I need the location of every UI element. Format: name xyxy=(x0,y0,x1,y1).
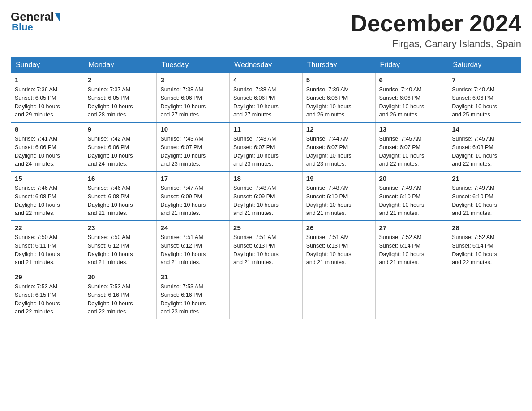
calendar-cell: 7 Sunrise: 7:40 AM Sunset: 6:06 PM Dayli… xyxy=(448,73,521,122)
calendar-cell: 19 Sunrise: 7:48 AM Sunset: 6:10 PM Dayl… xyxy=(302,171,375,221)
day-info: Sunrise: 7:45 AM Sunset: 6:07 PM Dayligh… xyxy=(379,135,445,168)
calendar-cell: 27 Sunrise: 7:52 AM Sunset: 6:14 PM Dayl… xyxy=(375,221,448,270)
calendar-header-row: Sunday Monday Tuesday Wednesday Thursday… xyxy=(11,57,521,73)
calendar-cell: 23 Sunrise: 7:50 AM Sunset: 6:12 PM Dayl… xyxy=(84,221,157,270)
day-number: 1 xyxy=(15,76,80,84)
calendar-cell xyxy=(302,270,375,319)
day-number: 14 xyxy=(452,125,517,133)
day-number: 26 xyxy=(306,224,372,231)
day-info: Sunrise: 7:46 AM Sunset: 6:08 PM Dayligh… xyxy=(88,184,153,218)
day-info: Sunrise: 7:51 AM Sunset: 6:12 PM Dayligh… xyxy=(160,233,226,267)
calendar-cell: 10 Sunrise: 7:43 AM Sunset: 6:07 PM Dayl… xyxy=(157,122,230,171)
calendar-table: Sunday Monday Tuesday Wednesday Thursday… xyxy=(11,57,521,319)
calendar-cell: 24 Sunrise: 7:51 AM Sunset: 6:12 PM Dayl… xyxy=(157,221,230,270)
day-number: 3 xyxy=(160,76,226,84)
day-number: 31 xyxy=(160,273,226,281)
calendar-cell: 2 Sunrise: 7:37 AM Sunset: 6:05 PM Dayli… xyxy=(84,73,157,122)
day-info: Sunrise: 7:38 AM Sunset: 6:06 PM Dayligh… xyxy=(233,86,299,119)
calendar-cell: 26 Sunrise: 7:51 AM Sunset: 6:13 PM Dayl… xyxy=(302,221,375,270)
day-number: 12 xyxy=(306,125,372,133)
day-info: Sunrise: 7:36 AM Sunset: 6:05 PM Dayligh… xyxy=(15,86,80,119)
day-info: Sunrise: 7:50 AM Sunset: 6:11 PM Dayligh… xyxy=(15,233,80,267)
day-info: Sunrise: 7:37 AM Sunset: 6:05 PM Dayligh… xyxy=(88,86,153,119)
day-info: Sunrise: 7:39 AM Sunset: 6:06 PM Dayligh… xyxy=(306,86,372,119)
day-info: Sunrise: 7:45 AM Sunset: 6:08 PM Dayligh… xyxy=(452,135,517,168)
day-info: Sunrise: 7:48 AM Sunset: 6:09 PM Dayligh… xyxy=(233,184,299,218)
day-info: Sunrise: 7:43 AM Sunset: 6:07 PM Dayligh… xyxy=(233,135,299,168)
header-sunday: Sunday xyxy=(11,57,84,73)
calendar-cell: 28 Sunrise: 7:52 AM Sunset: 6:14 PM Dayl… xyxy=(448,221,521,270)
calendar-cell: 11 Sunrise: 7:43 AM Sunset: 6:07 PM Dayl… xyxy=(230,122,303,171)
week-row-1: 1 Sunrise: 7:36 AM Sunset: 6:05 PM Dayli… xyxy=(11,73,521,122)
calendar-cell: 18 Sunrise: 7:48 AM Sunset: 6:09 PM Dayl… xyxy=(230,171,303,221)
header-monday: Monday xyxy=(84,57,157,73)
calendar-cell: 12 Sunrise: 7:44 AM Sunset: 6:07 PM Dayl… xyxy=(302,122,375,171)
logo: General Blue xyxy=(11,11,60,33)
day-number: 4 xyxy=(233,76,299,84)
calendar-cell: 3 Sunrise: 7:38 AM Sunset: 6:06 PM Dayli… xyxy=(157,73,230,122)
day-number: 23 xyxy=(88,224,153,231)
day-number: 27 xyxy=(379,224,445,231)
header-saturday: Saturday xyxy=(448,57,521,73)
calendar-cell: 16 Sunrise: 7:46 AM Sunset: 6:08 PM Dayl… xyxy=(84,171,157,221)
day-number: 16 xyxy=(88,175,153,182)
title-block: December 2024 Firgas, Canary Islands, Sp… xyxy=(350,11,521,50)
day-info: Sunrise: 7:38 AM Sunset: 6:06 PM Dayligh… xyxy=(160,86,226,119)
day-number: 8 xyxy=(15,125,80,133)
day-number: 20 xyxy=(379,175,445,182)
day-info: Sunrise: 7:43 AM Sunset: 6:07 PM Dayligh… xyxy=(160,135,226,168)
calendar-cell: 8 Sunrise: 7:41 AM Sunset: 6:06 PM Dayli… xyxy=(11,122,84,171)
calendar-cell: 14 Sunrise: 7:45 AM Sunset: 6:08 PM Dayl… xyxy=(448,122,521,171)
calendar-cell: 25 Sunrise: 7:51 AM Sunset: 6:13 PM Dayl… xyxy=(230,221,303,270)
day-info: Sunrise: 7:53 AM Sunset: 6:16 PM Dayligh… xyxy=(88,283,153,316)
day-number: 6 xyxy=(379,76,445,84)
calendar-cell: 30 Sunrise: 7:53 AM Sunset: 6:16 PM Dayl… xyxy=(84,270,157,319)
header-tuesday: Tuesday xyxy=(157,57,230,73)
logo-blue-text: Blue xyxy=(12,21,33,33)
calendar-cell: 4 Sunrise: 7:38 AM Sunset: 6:06 PM Dayli… xyxy=(230,73,303,122)
day-number: 10 xyxy=(160,125,226,133)
calendar-cell: 20 Sunrise: 7:49 AM Sunset: 6:10 PM Dayl… xyxy=(375,171,448,221)
calendar-cell: 29 Sunrise: 7:53 AM Sunset: 6:15 PM Dayl… xyxy=(11,270,84,319)
day-number: 2 xyxy=(88,76,153,84)
calendar-cell: 5 Sunrise: 7:39 AM Sunset: 6:06 PM Dayli… xyxy=(302,73,375,122)
day-info: Sunrise: 7:53 AM Sunset: 6:15 PM Dayligh… xyxy=(15,283,80,316)
day-number: 9 xyxy=(88,125,153,133)
day-info: Sunrise: 7:47 AM Sunset: 6:09 PM Dayligh… xyxy=(160,184,226,218)
week-row-5: 29 Sunrise: 7:53 AM Sunset: 6:15 PM Dayl… xyxy=(11,270,521,319)
calendar-cell: 31 Sunrise: 7:53 AM Sunset: 6:16 PM Dayl… xyxy=(157,270,230,319)
header-thursday: Thursday xyxy=(302,57,375,73)
day-number: 22 xyxy=(15,224,80,231)
day-number: 29 xyxy=(15,273,80,281)
day-info: Sunrise: 7:49 AM Sunset: 6:10 PM Dayligh… xyxy=(452,184,517,218)
calendar-cell: 17 Sunrise: 7:47 AM Sunset: 6:09 PM Dayl… xyxy=(157,171,230,221)
logo-general-text: General xyxy=(11,11,54,22)
calendar-cell: 9 Sunrise: 7:42 AM Sunset: 6:06 PM Dayli… xyxy=(84,122,157,171)
day-info: Sunrise: 7:51 AM Sunset: 6:13 PM Dayligh… xyxy=(233,233,299,267)
location-text: Firgas, Canary Islands, Spain xyxy=(350,38,521,50)
day-info: Sunrise: 7:40 AM Sunset: 6:06 PM Dayligh… xyxy=(379,86,445,119)
calendar-cell: 15 Sunrise: 7:46 AM Sunset: 6:08 PM Dayl… xyxy=(11,171,84,221)
day-info: Sunrise: 7:52 AM Sunset: 6:14 PM Dayligh… xyxy=(379,233,445,267)
header-friday: Friday xyxy=(375,57,448,73)
header-wednesday: Wednesday xyxy=(230,57,303,73)
page-header: General Blue December 2024 Firgas, Canar… xyxy=(11,11,521,50)
day-info: Sunrise: 7:46 AM Sunset: 6:08 PM Dayligh… xyxy=(15,184,80,218)
day-info: Sunrise: 7:41 AM Sunset: 6:06 PM Dayligh… xyxy=(15,135,80,168)
calendar-cell: 1 Sunrise: 7:36 AM Sunset: 6:05 PM Dayli… xyxy=(11,73,84,122)
day-number: 13 xyxy=(379,125,445,133)
day-number: 30 xyxy=(88,273,153,281)
day-info: Sunrise: 7:40 AM Sunset: 6:06 PM Dayligh… xyxy=(452,86,517,119)
day-info: Sunrise: 7:44 AM Sunset: 6:07 PM Dayligh… xyxy=(306,135,372,168)
day-number: 5 xyxy=(306,76,372,84)
day-number: 18 xyxy=(233,175,299,182)
calendar-cell: 21 Sunrise: 7:49 AM Sunset: 6:10 PM Dayl… xyxy=(448,171,521,221)
week-row-4: 22 Sunrise: 7:50 AM Sunset: 6:11 PM Dayl… xyxy=(11,221,521,270)
day-number: 24 xyxy=(160,224,226,231)
month-title: December 2024 xyxy=(350,11,521,36)
day-info: Sunrise: 7:50 AM Sunset: 6:12 PM Dayligh… xyxy=(88,233,153,267)
week-row-3: 15 Sunrise: 7:46 AM Sunset: 6:08 PM Dayl… xyxy=(11,171,521,221)
day-info: Sunrise: 7:48 AM Sunset: 6:10 PM Dayligh… xyxy=(306,184,372,218)
day-number: 19 xyxy=(306,175,372,182)
day-number: 28 xyxy=(452,224,517,231)
